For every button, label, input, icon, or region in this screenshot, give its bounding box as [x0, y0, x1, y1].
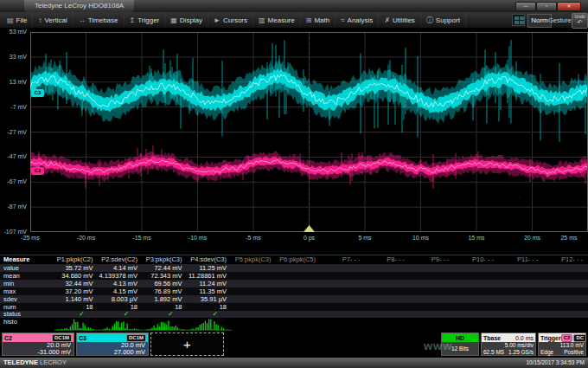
tbase-scale: 5.00 ms/div — [483, 342, 534, 349]
gesture-label: Gesture — [548, 16, 572, 24]
minimize-button[interactable]: — — [515, 2, 536, 11]
tbase-offset: 0.0 ms — [515, 335, 534, 341]
menu-item-math[interactable]: ⊞Math — [301, 12, 336, 28]
measure-cell — [232, 311, 277, 318]
measure-cell: 18 — [143, 303, 188, 311]
menu-item-label: Cursors — [223, 16, 247, 24]
measure-col-header[interactable]: P1:pkpk(C2) — [54, 255, 99, 264]
x-axis-label: 25 ms — [552, 235, 586, 241]
measure-col-header[interactable]: P4:sdev(C3) — [188, 255, 233, 264]
measure-col-header[interactable]: P2:sdev(C2) — [99, 255, 144, 264]
y-axis-label: -47 mV — [0, 153, 27, 159]
measure-cell — [544, 295, 588, 303]
menu-item-label: Analysis — [348, 16, 374, 24]
menu-item-analysis[interactable]: ≈Analysis — [336, 12, 379, 28]
trigger-level: 113.0 mV — [540, 342, 584, 349]
channel-box-c2[interactable]: C2 DC1M 20.0 mV -31.000 mV — [2, 332, 74, 356]
menu-item-vertical[interactable]: ↕Vertical — [33, 12, 73, 28]
y-axis-label: 33 mV — [0, 54, 27, 60]
measure-histogram — [99, 318, 144, 332]
measure-col-header[interactable]: P9- - - — [410, 255, 455, 264]
y-axis-label: 53 mV — [0, 29, 27, 35]
timebase-box[interactable]: Tbase 0.0 ms 5.00 ms/div 62.5 MS 1.25 GS… — [481, 332, 536, 356]
channel-box-c3[interactable]: C3 DC1M 20.0 mV 27.000 mV — [76, 332, 149, 356]
menu-item-measure[interactable]: ▥Measure — [253, 12, 301, 28]
measure-col-header[interactable]: P11- - - — [499, 255, 544, 264]
measure-row-label: status — [0, 311, 54, 318]
measure-histogram — [54, 318, 99, 332]
status-check-icon: ✓ — [143, 311, 188, 318]
x-axis-label: -25 ms — [13, 235, 48, 241]
measure-cell — [232, 303, 277, 311]
menu-item-utilities[interactable]: ✗Utilities — [379, 12, 420, 28]
menu-item-cursors[interactable]: ►Cursors — [208, 12, 253, 28]
measure-cell — [366, 318, 411, 332]
c2-zero-marker[interactable]: C2 — [31, 167, 44, 175]
measure-col-header[interactable]: P6:pkpk(C5) — [277, 255, 322, 264]
measure-col-header[interactable]: P8- - - — [366, 255, 411, 264]
menu-item-display[interactable]: ▦Display — [165, 12, 208, 28]
measure-cell — [544, 280, 588, 287]
measure-col-header[interactable]: P5:pkpk(C3) — [232, 255, 277, 264]
trigger-box[interactable]: Trigger C2 DC 113.0 mV Edge Positive — [538, 332, 586, 356]
measure-cell: 37.20 mV — [54, 287, 99, 295]
measure-cell — [232, 280, 277, 287]
undo-button[interactable]: Undo ↶ — [572, 13, 588, 29]
measure-cell — [321, 318, 366, 332]
measure-cell: 11.28861 mV — [188, 272, 233, 280]
channel-c2-offset: -31.000 mV — [5, 349, 71, 356]
close-button[interactable]: ✕ — [557, 2, 581, 11]
hd-bits: 12 Bits — [442, 342, 478, 355]
menu-item-trigger[interactable]: ↥Trigger — [125, 12, 166, 28]
measure-cell — [232, 264, 277, 272]
quad-grid-icon — [514, 16, 519, 20]
measure-cell — [499, 264, 544, 272]
measure-histogram — [143, 318, 188, 332]
measure-cell: 4.139378 mV — [99, 272, 144, 280]
measure-cell — [455, 280, 500, 287]
waveform-display[interactable] — [30, 32, 588, 232]
channel-c2-name: C2 — [4, 335, 12, 341]
hd-box[interactable]: HD 12 Bits — [441, 332, 479, 356]
measure-col-header[interactable]: P3:pkpk(C3) — [143, 255, 188, 264]
status-check-icon: ✓ — [99, 311, 144, 318]
menu-item-support[interactable]: ⓘSupport — [421, 12, 466, 28]
trigger-mode: Edge — [540, 349, 553, 356]
menu-item-timebase[interactable]: ↔Timebase — [74, 12, 125, 28]
measure-cell — [366, 295, 411, 303]
measure-histogram — [188, 318, 233, 332]
measure-cell — [544, 303, 588, 311]
menu-item-label: Support — [436, 16, 460, 24]
cursors-icon: ► — [214, 16, 220, 24]
measure-cell — [321, 272, 366, 280]
status-check-icon: ✓ — [188, 311, 233, 318]
measure-col-header[interactable]: P7- - - — [321, 255, 366, 264]
measure-cell — [232, 318, 277, 332]
maximize-button[interactable]: ▫ — [536, 2, 557, 11]
measure-cell — [366, 264, 411, 272]
add-trace-button[interactable]: + — [150, 332, 224, 356]
title-bar: Teledyne LeCroy HDO8108A — ▫ ✕ — [0, 0, 588, 12]
tbase-samples: 62.5 MS — [483, 349, 504, 356]
y-axis-label: -87 mV — [0, 203, 27, 210]
brand-logo: TELEDYNE LECROY — [3, 358, 67, 368]
x-axis-label: -10 ms — [181, 235, 215, 241]
measure-cell — [499, 280, 544, 287]
measure-cell — [277, 264, 322, 272]
measure-cell — [499, 311, 544, 318]
measure-icon: ▥ — [259, 16, 265, 24]
measure-cell — [455, 311, 500, 318]
vertical-icon: ↕ — [38, 16, 42, 24]
measure-cell: 8.003 µV — [99, 295, 144, 303]
quad-grid-button[interactable] — [512, 14, 525, 26]
measure-cell: 72.44 mV — [143, 264, 188, 272]
c3-zero-marker[interactable]: C3 — [31, 89, 44, 97]
measure-col-header[interactable]: P10- - - — [455, 255, 500, 264]
menu-item-file[interactable]: ▤File — [2, 12, 33, 28]
measure-col-header[interactable]: P12- - - — [544, 255, 588, 264]
measure-cell: 72.343 mV — [143, 272, 188, 280]
x-axis-label: -5 ms — [236, 235, 271, 241]
measure-cell: 11.24 mV — [188, 280, 233, 287]
measure-cell — [366, 287, 411, 295]
menu-item-label: Utilities — [393, 16, 415, 24]
